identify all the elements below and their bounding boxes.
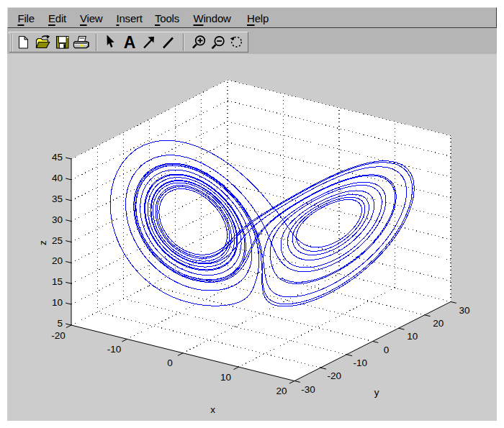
svg-text:y: y: [374, 387, 379, 398]
svg-text:10: 10: [52, 297, 63, 308]
svg-text:x: x: [210, 404, 215, 415]
svg-text:-20: -20: [51, 330, 66, 341]
svg-text:-10: -10: [107, 344, 122, 355]
svg-text:35: 35: [52, 193, 63, 204]
svg-text:30: 30: [459, 305, 469, 316]
svg-text:10: 10: [407, 331, 418, 342]
svg-text:10: 10: [220, 372, 231, 383]
svg-text:20: 20: [52, 255, 63, 266]
svg-text:-20: -20: [327, 370, 341, 381]
svg-text:-10: -10: [354, 358, 368, 368]
svg-text:0: 0: [167, 358, 173, 368]
svg-text:25: 25: [52, 235, 63, 246]
svg-text:20: 20: [276, 386, 287, 396]
svg-text:z: z: [37, 240, 48, 245]
svg-text:5: 5: [57, 318, 63, 329]
svg-text:-30: -30: [301, 384, 315, 395]
svg-text:0: 0: [384, 345, 390, 355]
svg-text:15: 15: [52, 276, 63, 287]
svg-text:40: 40: [52, 173, 63, 183]
svg-text:20: 20: [433, 318, 444, 329]
svg-text:45: 45: [52, 152, 63, 163]
svg-text:30: 30: [52, 214, 63, 225]
